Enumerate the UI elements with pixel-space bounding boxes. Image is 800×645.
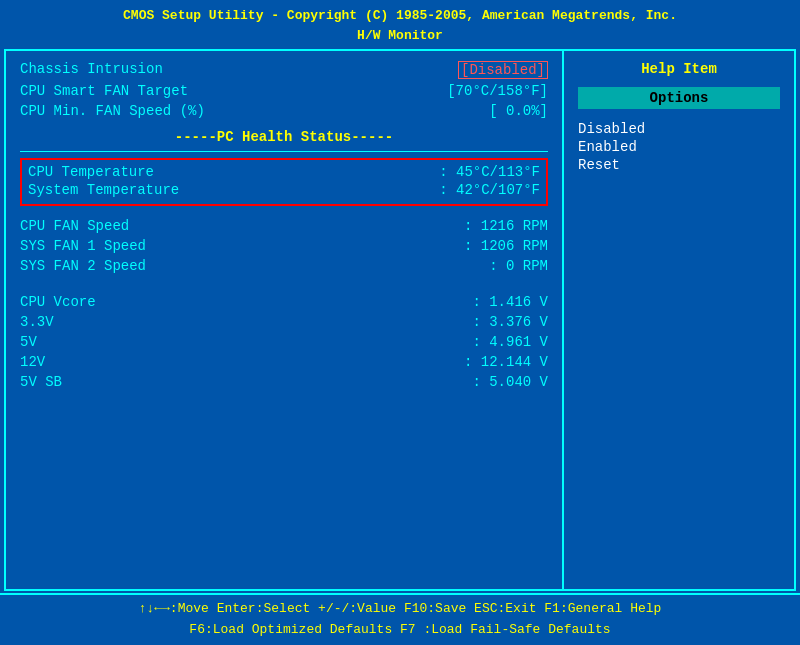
cpu-min-fan-label: CPU Min. FAN Speed (%) [20,103,205,119]
fan-speed-label: CPU FAN Speed [20,218,129,234]
fan-speed-value: : 0 RPM [489,258,548,274]
option-item[interactable]: Disabled [578,121,780,137]
voltage-label: 5V SB [20,374,62,390]
title-bar: CMOS Setup Utility - Copyright (C) 1985-… [0,0,800,47]
options-list: DisabledEnabledReset [578,121,780,173]
nav-line2: F6:Load Optimized Defaults F7 :Load Fail… [0,620,800,641]
voltage-row: 5V SB : 5.040 V [20,374,548,390]
cpu-min-fan-row: CPU Min. FAN Speed (%) [ 0.0%] [20,103,548,119]
voltage-value: : 1.416 V [472,294,548,310]
cpu-temp-value: : 45°C/113°F [439,164,540,180]
cpu-temp-label: CPU Temperature [28,164,154,180]
voltages-section: CPU Vcore : 1.416 V3.3V : 3.376 V5V : 4.… [20,294,548,390]
sys-temp-row: System Temperature : 42°C/107°F [28,182,540,198]
voltage-label: 12V [20,354,45,370]
pc-health-title: -----PC Health Status----- [20,129,548,145]
voltage-label: CPU Vcore [20,294,96,310]
sys-temp-value: : 42°C/107°F [439,182,540,198]
voltage-value: : 5.040 V [472,374,548,390]
cpu-min-fan-value[interactable]: [ 0.0%] [489,103,548,119]
title-line2: H/W Monitor [0,26,800,46]
fan-speeds-section: CPU FAN Speed : 1216 RPMSYS FAN 1 Speed … [20,218,548,286]
voltage-row: 5V : 4.961 V [20,334,548,350]
cpu-smart-fan-label: CPU Smart FAN Target [20,83,188,99]
voltage-row: CPU Vcore : 1.416 V [20,294,548,310]
fan-speed-row: CPU FAN Speed : 1216 RPM [20,218,548,234]
voltage-value: : 4.961 V [472,334,548,350]
nav-bar: ↑↓←→:Move Enter:Select +/-/:Value F10:Sa… [0,593,800,645]
fan-speed-row: SYS FAN 1 Speed : 1206 RPM [20,238,548,254]
left-panel: Chassis Intrusion [Disabled] CPU Smart F… [6,51,564,589]
chassis-intrusion-row: Chassis Intrusion [Disabled] [20,61,548,79]
voltage-label: 3.3V [20,314,54,330]
temperature-box: CPU Temperature : 45°C/113°F System Temp… [20,158,548,206]
option-item[interactable]: Reset [578,157,780,173]
nav-line1: ↑↓←→:Move Enter:Select +/-/:Value F10:Sa… [0,599,800,620]
fan-speed-value: : 1216 RPM [464,218,548,234]
voltage-value: : 3.376 V [472,314,548,330]
cpu-smart-fan-row: CPU Smart FAN Target [70°C/158°F] [20,83,548,99]
cpu-temp-row: CPU Temperature : 45°C/113°F [28,164,540,180]
chassis-intrusion-value[interactable]: [Disabled] [458,61,548,79]
voltage-value: : 12.144 V [464,354,548,370]
voltage-row: 12V : 12.144 V [20,354,548,370]
options-box[interactable]: Options [578,87,780,109]
voltage-label: 5V [20,334,37,350]
fan-speed-label: SYS FAN 2 Speed [20,258,146,274]
fan-speed-row: SYS FAN 2 Speed : 0 RPM [20,258,548,274]
right-panel: Help Item Options DisabledEnabledReset [564,51,794,589]
fan-speed-label: SYS FAN 1 Speed [20,238,146,254]
fan-speed-value: : 1206 RPM [464,238,548,254]
divider-1 [20,151,548,152]
main-content: Chassis Intrusion [Disabled] CPU Smart F… [4,49,796,591]
help-title: Help Item [578,61,780,77]
cpu-smart-fan-value[interactable]: [70°C/158°F] [447,83,548,99]
bios-screen: CMOS Setup Utility - Copyright (C) 1985-… [0,0,800,645]
chassis-intrusion-label: Chassis Intrusion [20,61,163,79]
title-line1: CMOS Setup Utility - Copyright (C) 1985-… [0,6,800,26]
sys-temp-label: System Temperature [28,182,179,198]
option-item[interactable]: Enabled [578,139,780,155]
voltage-row: 3.3V : 3.376 V [20,314,548,330]
